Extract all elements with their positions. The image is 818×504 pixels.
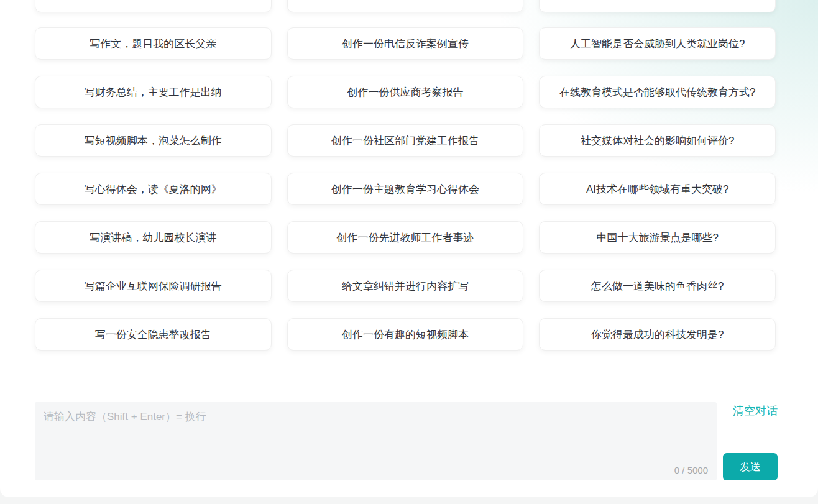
- composer: 0 / 5000 清空对话 发送: [35, 402, 778, 480]
- previous-suggestion-row: [35, 0, 776, 12]
- send-button[interactable]: 发送: [723, 453, 778, 480]
- suggestion-card[interactable]: 社交媒体对社会的影响如何评价?: [539, 124, 776, 157]
- suggestion-card[interactable]: 写作文，题目我的区长父亲: [35, 27, 272, 60]
- suggestion-card[interactable]: 人工智能是否会威胁到人类就业岗位?: [539, 27, 776, 60]
- suggestion-card[interactable]: 创作一份供应商考察报告: [287, 76, 524, 108]
- suggestion-card-partial[interactable]: [35, 0, 272, 12]
- suggestion-card[interactable]: 你觉得最成功的科技发明是?: [539, 318, 776, 351]
- suggestion-card[interactable]: 在线教育模式是否能够取代传统教育方式?: [539, 76, 776, 108]
- message-input-wrap: 0 / 5000: [35, 402, 717, 480]
- suggestion-card[interactable]: 怎么做一道美味的鱼香肉丝?: [539, 270, 776, 302]
- suggestion-card[interactable]: 创作一份先进教师工作者事迹: [287, 221, 524, 254]
- suggestion-grid: 写作文，题目我的区长父亲 创作一份电信反诈案例宣传 人工智能是否会威胁到人类就业…: [35, 27, 776, 351]
- suggestion-card[interactable]: 写一份安全隐患整改报告: [35, 318, 272, 351]
- suggestion-card-partial[interactable]: [539, 0, 776, 12]
- suggestion-card[interactable]: 写财务总结，主要工作是出纳: [35, 76, 272, 108]
- suggestion-card[interactable]: 创作一份电信反诈案例宣传: [287, 27, 524, 60]
- footer-strip: [0, 497, 818, 504]
- chat-home-panel: 写作文，题目我的区长父亲 创作一份电信反诈案例宣传 人工智能是否会威胁到人类就业…: [0, 0, 818, 497]
- suggestion-card[interactable]: 写心得体会，读《夏洛的网》: [35, 173, 272, 205]
- suggestion-card[interactable]: 创作一份有趣的短视频脚本: [287, 318, 524, 351]
- suggestion-card[interactable]: 中国十大旅游景点是哪些?: [539, 221, 776, 254]
- char-counter: 0 / 5000: [674, 465, 708, 475]
- suggestion-card[interactable]: 给文章纠错并进行内容扩写: [287, 270, 524, 302]
- composer-side-actions: 清空对话 发送: [723, 402, 778, 480]
- suggestion-card[interactable]: 写短视频脚本，泡菜怎么制作: [35, 124, 272, 157]
- suggestion-card[interactable]: 写演讲稿，幼儿园校长演讲: [35, 221, 272, 254]
- clear-chat-button[interactable]: 清空对话: [733, 403, 778, 418]
- suggestion-card-partial[interactable]: [287, 0, 524, 12]
- message-input[interactable]: [35, 402, 717, 480]
- suggestion-card[interactable]: 创作一份社区部门党建工作报告: [287, 124, 524, 157]
- suggestion-card[interactable]: 创作一份主题教育学习心得体会: [287, 173, 524, 205]
- suggestion-card[interactable]: 写篇企业互联网保险调研报告: [35, 270, 272, 302]
- suggestion-card[interactable]: AI技术在哪些领域有重大突破?: [539, 173, 776, 205]
